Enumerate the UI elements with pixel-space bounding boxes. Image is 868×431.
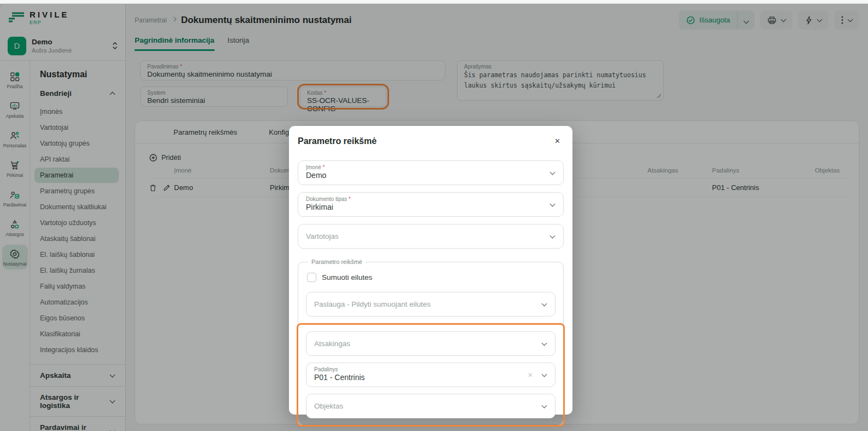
chevron-down-icon [550,201,555,206]
chevron-down-icon [542,371,547,377]
close-icon[interactable]: ✕ [551,136,564,146]
chevron-down-icon [542,340,547,346]
parameter-value-modal: Parametro reikšmė ✕ Įmonė Demo Dokumento… [289,126,572,415]
clear-icon[interactable]: ✕ [528,371,533,379]
browser-edge-strip [0,0,868,4]
parametro-reiksme-group: Parametro reikšmė Sumuoti eilutes Paslau… [298,258,564,426]
imone-select[interactable]: Įmonė Demo [298,160,564,185]
checkbox-label: Sumuoti eilutes [322,273,372,281]
padalinys-select[interactable]: Padalinys P01 - Centrinis ✕ [306,363,555,387]
chevron-down-icon [542,403,547,408]
paslauga-placeholder: Paslauga - Pildyti sumuojant eilutes [314,300,431,308]
paslauga-select[interactable]: Paslauga - Pildyti sumuojant eilutes [306,292,555,317]
group-legend: Parametro reikšmė [308,258,366,265]
imone-value: Demo [306,171,543,180]
chevron-down-icon [542,301,547,306]
dokumento-tipas-value: Pirkimai [306,203,543,211]
dokumento-tipas-select[interactable]: Dokumento tipas Pirkimai [298,192,564,217]
objektas-select[interactable]: Objektas [306,394,555,418]
sumuoti-eilutes-checkbox-row: Sumuoti eilutes [307,273,555,282]
chevron-down-icon [550,233,555,238]
vartotojas-placeholder: Vartotojas [306,232,339,240]
chevron-down-icon [550,169,555,175]
atsakingas-select[interactable]: Atsakingas [306,331,555,356]
objektas-placeholder: Objektas [314,402,343,410]
checkbox-unchecked[interactable] [307,273,316,282]
padalinys-label: Padalinys [314,366,535,372]
app-window: RIVILE ERP D Demo Aušra Juodienė [0,0,868,431]
imone-label: Įmonė [306,164,543,170]
padalinys-value: P01 - Centrinis [314,373,535,382]
atsakingas-placeholder: Atsakingas [314,340,350,348]
vartotojas-select[interactable]: Vartotojas [298,224,564,249]
highlight-annotation-box: Atsakingas Padalinys P01 - Centrinis ✕ O… [297,323,565,427]
dokumento-tipas-label: Dokumento tipas [306,196,543,202]
modal-title: Parametro reikšmė [298,136,377,146]
